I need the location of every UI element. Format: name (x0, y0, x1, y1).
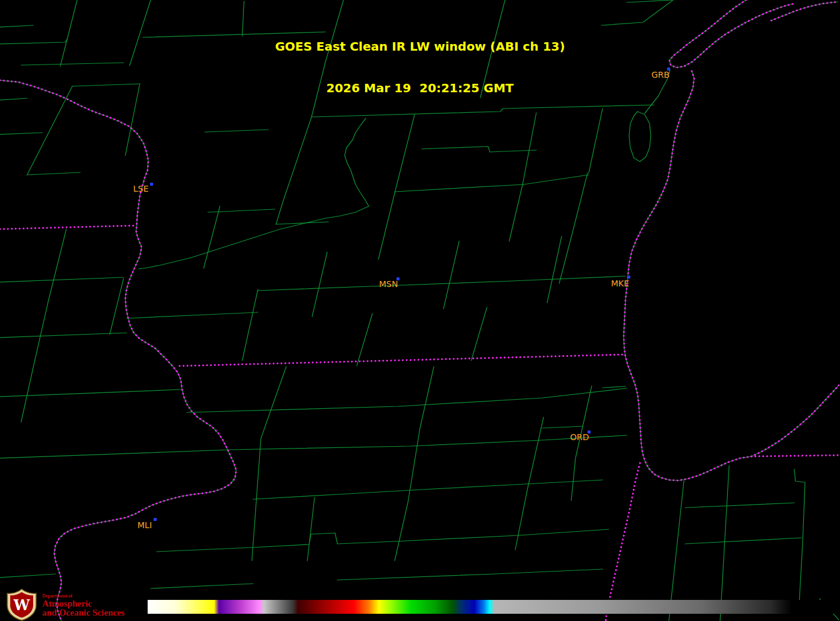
county-boundary-line (685, 538, 801, 544)
county-boundary-line (603, 386, 625, 388)
county-boundary-line (685, 503, 794, 508)
county-boundary-line (0, 133, 42, 134)
county-boundary-line (242, 289, 258, 361)
county-boundary-line (471, 307, 487, 361)
state-border-dotted-line (0, 80, 236, 621)
station-label-ORD: ORD (570, 433, 589, 442)
timestamp: 2026 Mar 19 20:21:25 GMT (0, 81, 840, 95)
county-boundary-line (187, 388, 627, 412)
logo-oceanic-text: and Oceanic Sciences (42, 608, 125, 618)
station-dot-LSE (150, 183, 153, 186)
county-boundary-line (395, 184, 523, 192)
state-border-dotted-line (0, 225, 137, 229)
county-boundary-line (422, 147, 536, 152)
image-title: GOES East Clean IR LW window (ABI ch 13)… (0, 12, 840, 123)
satellite-viewer-screen: GOES East Clean IR LW window (ABI ch 13)… (0, 0, 840, 621)
county-boundary-line (312, 252, 327, 317)
county-boundary-line (139, 118, 369, 269)
station-label-GRB: GRB (651, 71, 669, 80)
county-boundary-line (0, 277, 124, 282)
county-boundary-line (157, 529, 609, 552)
county-boundary-line (0, 389, 181, 397)
station-dot-MLI (154, 518, 157, 521)
state-border-dotted-line (180, 355, 624, 366)
uw-crest-icon: W (5, 588, 39, 621)
county-boundary-line (627, 0, 673, 2)
state-border-dotted-line (624, 71, 839, 481)
county-boundary-line (395, 367, 434, 561)
product-title: GOES East Clean IR LW window (ABI ch 13) (0, 40, 840, 54)
county-boundary-line (205, 130, 268, 132)
county-boundary-line (395, 115, 415, 193)
county-boundary-line (252, 367, 286, 561)
station-label-LSE: LSE (133, 184, 149, 194)
station-label-MKE: MKE (611, 279, 629, 288)
county-boundary-line (0, 80, 236, 621)
county-boundary-line (378, 193, 395, 259)
county-boundary-line (444, 241, 459, 309)
county-boundary-line (151, 584, 253, 588)
crest-letter: W (13, 596, 31, 614)
logo-department-text: Department of (42, 593, 72, 599)
county-boundary-line (509, 185, 522, 241)
county-boundary-line (720, 465, 729, 621)
county-boundary-line (208, 209, 275, 212)
county-boundary-line (559, 173, 588, 283)
county-boundary-line (127, 312, 258, 318)
uw-aos-logo: W Department of Atmospheric and Oceanic … (0, 588, 157, 621)
county-boundary-line (27, 172, 80, 175)
county-boundary-line (0, 574, 55, 578)
state-border-dotted-line (606, 463, 640, 621)
county-boundary-line (253, 480, 603, 499)
county-boundary-line (523, 175, 589, 184)
county-boundary-line (110, 279, 124, 335)
county-boundary-line (357, 314, 372, 366)
county-boundary-line (0, 333, 127, 338)
county-boundary-line (542, 426, 583, 428)
county-boundary-line (307, 497, 315, 561)
county-boundary-line (794, 469, 805, 606)
state-border-dotted-line (751, 455, 840, 456)
station-label-MSN: MSN (379, 280, 398, 289)
county-boundary-line (547, 236, 562, 303)
station-label-MLI: MLI (137, 521, 152, 530)
county-boundary-line (522, 113, 536, 185)
county-boundary-line (204, 206, 220, 268)
county-boundary-line (21, 229, 66, 422)
county-boundary-line (258, 276, 625, 291)
county-boundary-line (571, 386, 592, 500)
temperature-colorbar (148, 600, 840, 614)
county-boundary-line (0, 435, 627, 458)
county-boundary-line (337, 569, 603, 580)
